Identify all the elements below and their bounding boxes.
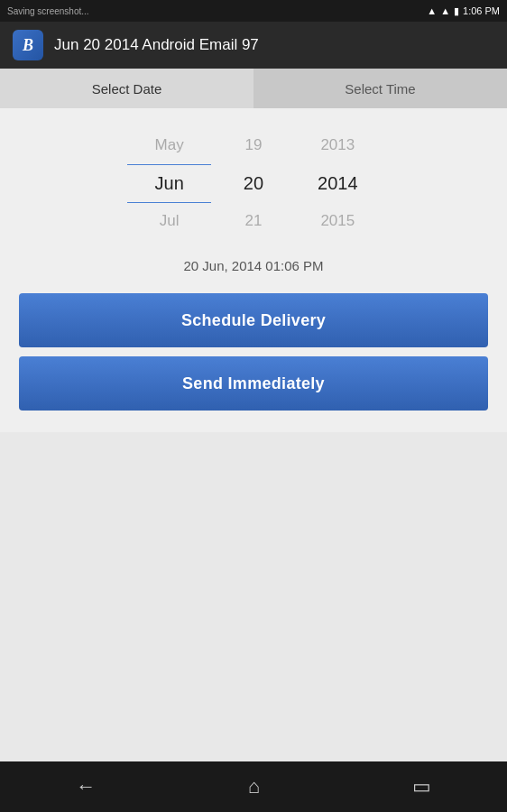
year-item-selected: 2014 — [296, 164, 380, 202]
send-immediately-label: Send Immediately — [182, 374, 325, 392]
year-item-next: 2015 — [296, 202, 380, 240]
schedule-delivery-label: Schedule Delivery — [181, 311, 326, 329]
battery-icon: ▮ — [454, 5, 459, 17]
wifi-icon: ▲ — [427, 5, 437, 16]
status-bar-left: Saving screenshot... — [7, 6, 89, 16]
status-bar-right: ▲ ▲ ▮ 1:06 PM — [427, 5, 500, 17]
main-content: May Jun Jul 19 20 21 2 — [0, 108, 507, 432]
day-item-selected: 20 — [211, 164, 295, 202]
picker-top-divider — [127, 164, 211, 165]
day-picker-column[interactable]: 19 20 21 — [211, 126, 295, 240]
tab-select-date-label: Select Date — [92, 81, 162, 97]
page-title: Jun 20 2014 Android Email 97 — [54, 36, 259, 54]
day-item-next: 21 — [211, 202, 295, 240]
month-item-selected: Jun — [127, 164, 211, 202]
month-picker-column[interactable]: May Jun Jul — [127, 126, 211, 240]
send-immediately-button[interactable]: Send Immediately — [19, 356, 488, 411]
tab-bar: Select Date Select Time — [0, 69, 507, 108]
app-icon: B — [13, 30, 43, 60]
status-saving-text: Saving screenshot... — [7, 6, 89, 16]
title-bar: B Jun 20 2014 Android Email 97 — [0, 22, 507, 69]
tab-select-date[interactable]: Select Date — [0, 69, 254, 108]
date-picker[interactable]: May Jun Jul 19 20 21 2 — [127, 126, 380, 240]
home-button[interactable]: ⌂ — [248, 775, 260, 798]
app-icon-label: B — [23, 36, 33, 55]
selected-date-display: 20 Jun, 2014 01:06 PM — [183, 258, 323, 273]
status-bar: Saving screenshot... ▲ ▲ ▮ 1:06 PM — [0, 0, 507, 22]
month-item-prev: May — [127, 126, 211, 164]
recents-button[interactable]: ▭ — [412, 775, 431, 798]
selected-date-text: 20 Jun, 2014 01:06 PM — [183, 258, 323, 273]
signal-icon: ▲ — [440, 5, 450, 16]
back-button[interactable]: ← — [76, 775, 96, 798]
day-item-prev: 19 — [211, 126, 295, 164]
month-item-next: Jul — [127, 202, 211, 240]
year-item-prev: 2013 — [296, 126, 380, 164]
schedule-delivery-button[interactable]: Schedule Delivery — [19, 293, 488, 347]
status-time: 1:06 PM — [463, 5, 500, 16]
nav-bar: ← ⌂ ▭ — [0, 761, 507, 812]
tab-select-time[interactable]: Select Time — [254, 69, 507, 108]
year-picker-column[interactable]: 2013 2014 2015 — [296, 126, 380, 240]
picker-bottom-divider — [127, 202, 211, 203]
tab-select-time-label: Select Time — [345, 81, 415, 97]
